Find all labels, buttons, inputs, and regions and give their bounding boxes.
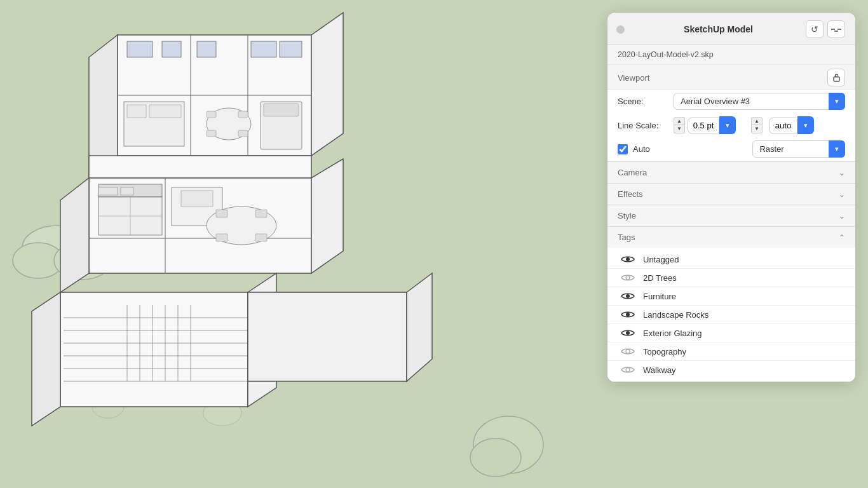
svg-marker-49 xyxy=(60,292,248,407)
svg-point-94 xyxy=(626,276,630,280)
camera-chevron: ⌄ xyxy=(839,168,845,177)
scene-select[interactable]: Aerial Overview #3 xyxy=(674,93,845,110)
raster-select-wrapper: Raster ▾ xyxy=(752,140,845,158)
svg-rect-23 xyxy=(149,105,181,118)
tag-name-label: Topography xyxy=(643,347,686,356)
line-scale-value-field: ▾ xyxy=(688,116,736,134)
auto-raster-row: Auto Raster ▾ xyxy=(607,137,855,161)
tag-name-label: Landscape Rocks xyxy=(643,310,709,320)
svg-rect-30 xyxy=(264,104,299,116)
auto-checkbox-label: Auto xyxy=(633,144,650,154)
line-scale-row: Line Scale: ▲ ▼ ▾ ▲ ▼ ▾ xyxy=(607,113,855,137)
tag-row: Topography xyxy=(607,342,855,361)
effects-chevron: ⌄ xyxy=(839,190,845,199)
auto-input[interactable] xyxy=(769,118,797,133)
auto-checkbox[interactable] xyxy=(618,144,628,154)
camera-section-header[interactable]: Camera ⌄ xyxy=(607,162,855,183)
tag-row: 2D Trees xyxy=(607,269,855,287)
refresh-button[interactable]: ↺ xyxy=(806,20,824,38)
svg-rect-19 xyxy=(251,41,276,57)
file-name-row: 2020-LayOut-Model-v2.skp xyxy=(607,45,855,65)
tag-row: Exterior Glazing xyxy=(607,324,855,342)
file-name: 2020-LayOut-Model-v2.skp xyxy=(618,50,714,59)
svg-marker-88 xyxy=(248,292,407,381)
svg-rect-36 xyxy=(121,187,133,195)
line-scale-stepper: ▲ ▼ xyxy=(674,117,685,133)
sketchup-model-panel: SketchUp Model ↺ 2020-LayOut-Model-v2.sk… xyxy=(607,13,855,382)
svg-point-97 xyxy=(626,331,630,335)
svg-rect-46 xyxy=(255,210,267,217)
svg-rect-92 xyxy=(834,77,839,81)
auto-value-field: ▾ xyxy=(769,116,814,134)
tag-visibility-icon[interactable] xyxy=(620,365,635,375)
line-scale-group: ▲ ▼ ▾ xyxy=(674,116,736,134)
svg-rect-26 xyxy=(238,111,248,118)
tag-visibility-icon[interactable] xyxy=(620,346,635,356)
tag-name-label: Exterior Glazing xyxy=(643,329,702,338)
svg-point-93 xyxy=(626,257,630,261)
effects-label: Effects xyxy=(618,189,643,199)
svg-point-95 xyxy=(626,294,630,298)
auto-step-down[interactable]: ▼ xyxy=(751,125,763,133)
panel-header: SketchUp Model ↺ xyxy=(607,13,855,45)
svg-rect-16 xyxy=(127,41,153,57)
effects-section-header[interactable]: Effects ⌄ xyxy=(607,184,855,205)
svg-rect-48 xyxy=(255,234,267,241)
svg-rect-25 xyxy=(207,111,216,118)
svg-marker-50 xyxy=(32,292,60,426)
style-section: Style ⌄ xyxy=(607,205,855,227)
auto-step-up[interactable]: ▲ xyxy=(751,117,763,125)
svg-point-98 xyxy=(626,349,630,353)
auto-unit-arrow[interactable]: ▾ xyxy=(797,116,814,134)
tag-row: Landscape Rocks xyxy=(607,306,855,324)
svg-rect-35 xyxy=(98,187,118,195)
tags-section-header[interactable]: Tags ⌃ xyxy=(607,227,855,248)
tag-visibility-icon[interactable] xyxy=(620,254,635,264)
tags-section: Tags ⌃ Untagged2D TreesFurnitureLandscap… xyxy=(607,227,855,382)
auto-stepper: ▲ ▼ xyxy=(751,117,763,133)
scene-select-wrapper: Aerial Overview #3 ▾ xyxy=(674,93,845,110)
svg-rect-22 xyxy=(127,105,146,118)
svg-rect-28 xyxy=(238,130,248,137)
scene-row: Scene: Aerial Overview #3 ▾ xyxy=(607,90,855,113)
line-scale-unit-arrow[interactable]: ▾ xyxy=(719,116,736,134)
tag-name-label: Walkway xyxy=(643,365,676,375)
svg-point-96 xyxy=(626,313,630,316)
svg-rect-47 xyxy=(216,234,227,241)
svg-rect-17 xyxy=(162,41,181,57)
raster-select-arrow: ▾ xyxy=(829,140,845,158)
viewport-section: Viewport Scene: Aerial Overview #3 ▾ Lin… xyxy=(607,65,855,162)
svg-rect-27 xyxy=(207,130,216,137)
svg-point-7 xyxy=(470,438,521,477)
camera-label: Camera xyxy=(618,168,647,177)
tag-row: Walkway xyxy=(607,361,855,379)
tag-name-label: Furniture xyxy=(643,292,676,301)
panel-title: SketchUp Model xyxy=(631,24,806,34)
panel-header-icons: ↺ xyxy=(806,20,845,38)
line-scale-step-down[interactable]: ▼ xyxy=(674,125,685,133)
style-label: Style xyxy=(618,211,636,220)
viewport-header: Viewport xyxy=(607,65,855,90)
svg-rect-45 xyxy=(216,210,227,217)
lock-button[interactable] xyxy=(827,69,845,86)
tag-visibility-icon[interactable] xyxy=(620,291,635,301)
svg-rect-20 xyxy=(280,41,302,57)
line-scale-label: Line Scale: xyxy=(618,121,668,130)
svg-rect-41 xyxy=(181,191,213,207)
tag-row: Untagged xyxy=(607,250,855,269)
svg-point-99 xyxy=(626,368,630,372)
tag-name-label: 2D Trees xyxy=(643,273,677,283)
tag-visibility-icon[interactable] xyxy=(620,273,635,283)
scene-label: Scene: xyxy=(618,97,668,106)
tag-visibility-icon[interactable] xyxy=(620,309,635,320)
style-section-header[interactable]: Style ⌄ xyxy=(607,205,855,226)
camera-section: Camera ⌄ xyxy=(607,162,855,184)
tags-chevron: ⌃ xyxy=(839,233,845,242)
tags-list: Untagged2D TreesFurnitureLandscape Rocks… xyxy=(607,248,855,381)
tag-visibility-icon[interactable] xyxy=(620,328,635,338)
tag-row: Furniture xyxy=(607,287,855,306)
link-button[interactable] xyxy=(827,20,845,38)
line-scale-input[interactable] xyxy=(688,118,719,133)
line-scale-step-up[interactable]: ▲ xyxy=(674,117,685,125)
style-chevron: ⌄ xyxy=(839,212,845,220)
